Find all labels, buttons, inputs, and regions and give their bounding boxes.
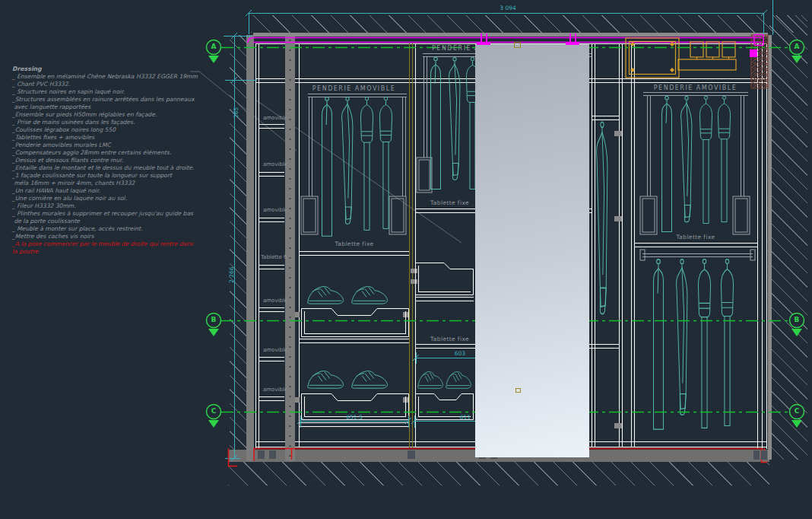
note-line: _Structures assemblées en rainure arrêté… [12,96,199,103]
shelf-label-amovible-6: amovible [263,387,287,393]
note-line: méla 16mm + miroir 4mm, chants H3332 [12,180,199,187]
note-line: _ Plinthes murales à supprimer et recoup… [12,210,199,218]
note-line: _Une cornière en alu laquée noir au sol. [12,195,199,202]
note-line: _ Meuble à monter sur place, accès restr… [12,225,199,233]
note-line: _ Ensemble en mélaminé Chêne Nebraska H3… [12,73,199,81]
note-line: avec languette rapportées [12,103,199,111]
shelf-label-amovible-3: amovible [263,207,287,213]
sliding-mirror-door [475,43,589,457]
note-line: _ Structures noires en sapin laqué noir. [12,88,199,96]
notes-panel: Dressing _ Ensemble en mélaminé Chêne Ne… [12,65,199,256]
note-line: _Compensateurs agglo 28mm entre certains… [12,149,199,157]
tablette-center-lower-label: Tablette fixe [430,336,469,342]
door-top-glyph [514,42,521,48]
note-line: _Tablettes fixes + amovibles [12,134,199,142]
door-roller-right-foot [566,42,579,45]
door-roller-left-foot [477,42,490,45]
dim-center-shelf: 603 [441,350,479,357]
tablette-right-label: Tablette fixe [634,234,757,240]
shelf-label-amovible-4: amovible [263,298,287,304]
grid-marker-a-right: A [791,43,803,50]
note-line: _Coulisses légrabox noires long 550 [12,126,199,134]
note-line: _1 façade coulissante sur toute la longu… [12,172,199,180]
note-line: _ Prise de mains usinées dans les façade… [12,119,199,126]
grid-marker-c-right: C [791,407,803,415]
note-line: _Entaille dans le montant et le dessus d… [12,164,199,172]
grid-marker-c-left: C [208,407,220,415]
grid-marker-b-left: B [208,316,220,323]
cad-drawing-page: PENDERIE AMOVIBLE PENDERIE AMOVIBLE PEND… [0,0,812,519]
shelf-label-amovible-2: amovible [263,161,287,167]
note-line: _Ensemble sur pieds H50mm réglables en f… [12,111,199,119]
door-lock-glyph [515,388,521,393]
penderie-left-label: PENDERIE AMOVIBLE [299,85,409,92]
shelf-label-tablette: Tablette fixe [261,254,287,260]
tablette-center-upper-label: Tablette fixe [430,199,469,206]
dim-cabinet-height: 2 266 [228,267,235,283]
dim-overall-width: 3 094 [493,5,523,11]
note-line: _Penderie amovibles murales LMC [12,142,199,149]
dim-beam-offset: 265 [233,107,239,118]
shelf-label-amovible-1: amovible [263,115,287,121]
grid-marker-a-left: A [208,43,220,50]
note-line: de la porte coulissante [12,218,199,225]
note-line: _Un rail HAWA haut laqué noir. [12,187,199,195]
grid-marker-b-right: B [791,316,803,323]
tablette-left-label: Tablette fixe [300,240,409,247]
note-line: _ Chant PVC H3332. [12,81,199,88]
note-line: _Dessus et dessous filants contre mur. [12,157,199,164]
dim-left-bay: 651,5 [328,414,381,421]
note-line: _ Fileur H3332 30mm. [12,202,199,210]
note-warning: _A la pose commencer par le meuble de dr… [12,240,199,256]
shelf-label-amovible-5: amovible [263,347,287,353]
note-line: _Mettre des caches vis noirs [12,233,199,240]
notes-title: Dressing [12,65,199,73]
penderie-right-label: PENDERIE AMOVIBLE [633,84,757,91]
olive-divider [410,43,413,447]
